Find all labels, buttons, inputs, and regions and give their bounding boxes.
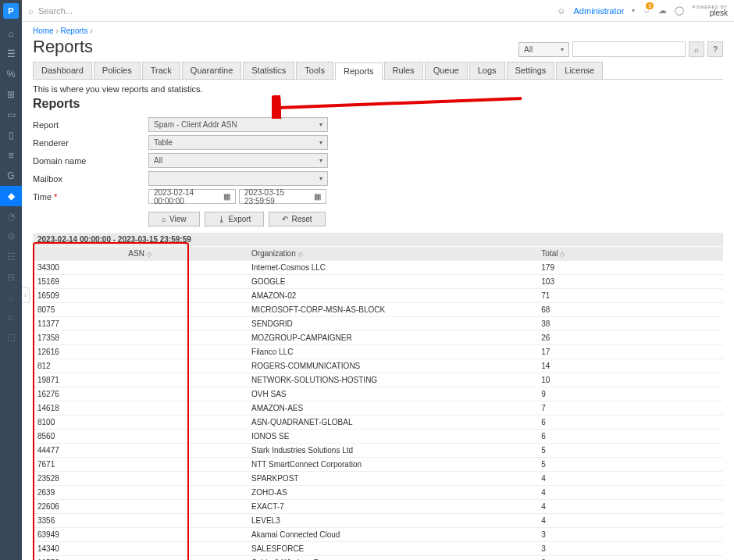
- powered-by-plesk: POWERED BY plesk: [692, 5, 728, 17]
- breadcrumb-home[interactable]: Home: [33, 27, 54, 35]
- cell-total: 3: [536, 528, 723, 542]
- rail-wordpress-icon[interactable]: ⊞: [0, 84, 22, 105]
- export-button[interactable]: ⭳Export: [205, 212, 265, 226]
- cell-asn: 812: [33, 359, 247, 373]
- rail-lock-icon[interactable]: ⊂: [0, 308, 22, 328]
- tab-statistics[interactable]: Statistics: [243, 62, 294, 79]
- rail-google-icon[interactable]: G: [0, 166, 22, 186]
- cell-org: OVH SAS: [247, 387, 536, 401]
- help-icon[interactable]: ◯: [675, 5, 684, 16]
- chevron-down-icon[interactable]: ▾: [632, 7, 635, 14]
- tab-settings[interactable]: Settings: [507, 62, 555, 79]
- cell-org: Cable & Wireless Panama: [247, 556, 536, 561]
- cell-asn: 7671: [33, 458, 247, 472]
- breadcrumb-reports[interactable]: Reports: [61, 27, 88, 35]
- plesk-logo[interactable]: P: [3, 3, 19, 19]
- rail-users-icon[interactable]: ☰: [0, 44, 22, 64]
- tab-rules[interactable]: Rules: [384, 62, 423, 79]
- mailbox-select[interactable]: ▾: [148, 171, 328, 186]
- rail-home-icon[interactable]: ⌂: [0, 23, 22, 44]
- filter-input[interactable]: [572, 41, 686, 57]
- search-icon: ⌕: [28, 5, 34, 16]
- table-row: 16509AMAZON-0271: [33, 289, 723, 303]
- download-icon: ⭳: [218, 215, 226, 223]
- col-total-header[interactable]: Total ◇: [536, 247, 723, 261]
- chevron-right-icon[interactable]: ›: [22, 287, 30, 303]
- table-row: 15169GOOGLE103: [33, 275, 723, 289]
- table-row: 8560IONOS SE6: [33, 430, 723, 444]
- tab-reports[interactable]: Reports: [335, 62, 383, 80]
- rail-box-icon[interactable]: ☐: [0, 328, 22, 348]
- rail-sliders-icon[interactable]: ☷: [0, 247, 22, 267]
- cell-org: ZOHO-AS: [247, 486, 536, 500]
- cell-total: 6: [536, 430, 723, 444]
- filter-info-button[interactable]: ?: [707, 41, 723, 57]
- calendar-icon[interactable]: ▦: [223, 192, 230, 201]
- tab-license[interactable]: License: [556, 62, 603, 79]
- time-from-input[interactable]: 2023-02-14 00:00:00▦: [148, 189, 236, 204]
- table-row: 7671NTT SmartConnect Corporation5: [33, 458, 723, 472]
- table-row: 34300Internet-Cosmos LLC179: [33, 261, 723, 275]
- cell-asn: 14618: [33, 401, 247, 416]
- cloud-icon[interactable]: ☁: [658, 5, 667, 16]
- rail-gear-icon[interactable]: ⚙: [0, 226, 22, 247]
- cell-org: IONOS SE: [247, 430, 536, 444]
- rail-search-icon[interactable]: ⌕: [0, 287, 22, 308]
- cell-org: ASN-QUADRANET-GLOBAL: [247, 416, 536, 430]
- table-row: 812ROGERS-COMMUNICATIONS14: [33, 359, 723, 373]
- tab-queue[interactable]: Queue: [425, 62, 468, 79]
- search-placeholder: Search...: [38, 6, 73, 16]
- rail-gauge-icon[interactable]: ◔: [0, 206, 22, 226]
- cell-org: NETWORK-SOLUTIONS-HOSTING: [247, 373, 536, 387]
- cell-org: Stark Industries Solutions Ltd: [247, 444, 536, 458]
- rail-percent-icon[interactable]: %: [0, 64, 22, 84]
- time-label: Time *: [33, 192, 148, 202]
- cell-asn: 14340: [33, 542, 247, 556]
- tab-track[interactable]: Track: [142, 62, 180, 79]
- page-title: Reports: [33, 37, 93, 57]
- admin-menu[interactable]: Administrator: [574, 6, 625, 16]
- scope-select[interactable]: All▾: [518, 42, 569, 57]
- tab-dashboard[interactable]: Dashboard: [33, 62, 92, 79]
- table-row: 23528SPARKPOST4: [33, 472, 723, 486]
- table-row: 14340SALESFORCE3: [33, 542, 723, 556]
- domain-select[interactable]: All▾: [148, 153, 328, 168]
- filter-search-button[interactable]: ⌕: [689, 41, 704, 57]
- notification-badge: 0: [646, 2, 654, 9]
- cell-org: ROGERS-COMMUNICATIONS: [247, 359, 536, 373]
- cell-asn: 15169: [33, 275, 247, 289]
- renderer-select[interactable]: Table▾: [148, 135, 328, 150]
- right-filter-bar: All▾ ⌕ ?: [518, 41, 723, 57]
- tab-policies[interactable]: Policies: [94, 62, 141, 79]
- cell-asn: 11556: [33, 556, 247, 561]
- cell-total: 5: [536, 444, 723, 458]
- time-to-input[interactable]: 2023-03-15 23:59:59▦: [239, 189, 326, 204]
- reset-button[interactable]: ↶Reset: [269, 212, 325, 226]
- col-asn-header[interactable]: ASN ◇: [33, 247, 247, 261]
- notification-bell[interactable]: ♤0: [643, 5, 650, 16]
- cell-total: 179: [536, 261, 723, 275]
- cell-org: LEVEL3: [247, 514, 536, 528]
- global-search[interactable]: ⌕ Search...: [28, 5, 557, 16]
- tab-quarantine[interactable]: Quarantine: [182, 62, 241, 79]
- table-row: 17358MOZGROUP-CAMPAIGNER26: [33, 331, 723, 345]
- cell-org: EXACT-7: [247, 500, 536, 514]
- col-org-header[interactable]: Organization ◇: [247, 247, 536, 261]
- tab-logs[interactable]: Logs: [469, 62, 505, 79]
- cell-org: AMAZON-AES: [247, 401, 536, 416]
- cell-org: SPARKPOST: [247, 472, 536, 486]
- calendar-icon[interactable]: ▦: [314, 192, 321, 201]
- rail-server-icon[interactable]: ▭: [0, 105, 22, 125]
- rail-book-icon[interactable]: ▯: [0, 125, 22, 145]
- table-row: 8100ASN-QUADRANET-GLOBAL6: [33, 416, 723, 430]
- rail-db-icon[interactable]: ⊟: [0, 267, 22, 287]
- renderer-label: Renderer: [33, 138, 148, 148]
- view-button[interactable]: ⌕View: [148, 212, 200, 226]
- cell-total: 4: [536, 514, 723, 528]
- cell-total: 4: [536, 486, 723, 500]
- rail-list-icon[interactable]: ≡: [0, 145, 22, 166]
- report-select[interactable]: Spam - Client Addr ASN▾: [148, 117, 328, 132]
- breadcrumb: Home › Reports ›: [33, 27, 723, 35]
- tab-tools[interactable]: Tools: [296, 62, 333, 79]
- rail-shield-icon[interactable]: ◆: [0, 186, 22, 206]
